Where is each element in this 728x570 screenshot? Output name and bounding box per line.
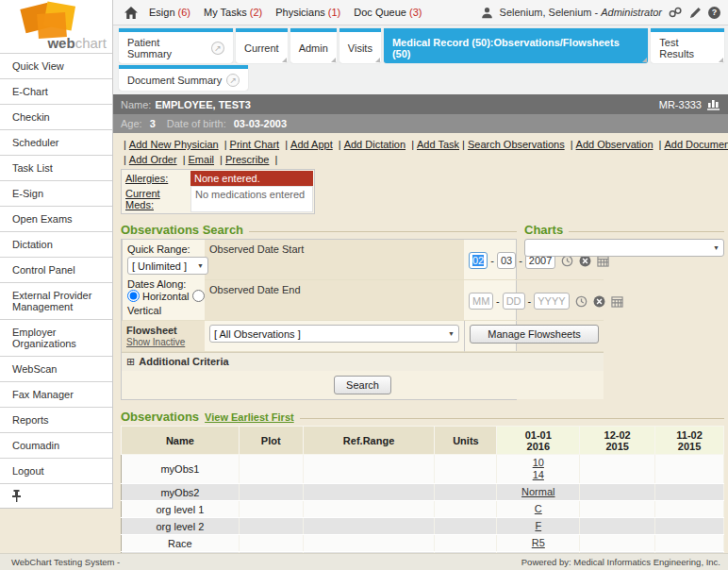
link-add-document[interactable]: Add Document [664,139,728,150]
start-month-input[interactable]: 02 [469,252,488,269]
esign-count: (6) [178,7,190,18]
separator: | [183,154,186,165]
tab-medical-record[interactable]: Medical Record (50):Observations/Flowshe… [384,28,648,63]
flowsheet-label: Flowsheet [126,325,177,336]
allergies-link[interactable]: Allergies: [125,173,168,184]
sidebar-item-control-panel[interactable]: Control Panel [0,257,112,282]
obs-value-link[interactable]: F [499,520,577,532]
divider [249,231,517,232]
tab-patient-summary[interactable]: Patient Summary↗ [119,28,233,63]
popout-icon[interactable]: ↗ [226,74,240,87]
sidebar-item-scheduler[interactable]: Scheduler [0,129,112,155]
nav-doc-queue[interactable]: Doc Queue (3) [354,7,422,18]
observed-date-start-label: Observed Date Start [205,240,464,280]
flowsheet-select-cell: [ All Observations ]▼ [205,321,464,352]
age-label: Age: [121,118,142,129]
physicians-count: (1) [328,7,340,18]
horizontal-radio[interactable] [127,290,140,302]
link-icon[interactable] [669,7,683,18]
obs-value-link[interactable]: R5 [499,537,577,549]
patient-dob: 03-03-2003 [234,118,287,129]
vertical-radio[interactable] [192,290,205,302]
charts-panel: Charts ▼ [524,223,724,400]
view-earliest-first-link[interactable]: View Earliest First [205,411,294,423]
sidebar-item-checkin[interactable]: Checkin [0,104,112,129]
end-day-input[interactable]: DD [503,293,525,310]
tab-document-summary[interactable]: Document Summary↗ [119,65,248,91]
sidebar-item-open-exams[interactable]: Open Exams [0,206,112,231]
link-add-order[interactable]: Add Order [129,154,177,165]
separator: | [220,154,223,165]
obs-value-link[interactable]: C [499,503,577,515]
link-search-observations[interactable]: Search Observations [468,139,565,150]
search-form: Observed Date Start 02 - 03 - 2007 [121,239,517,400]
sidebar-item-logout[interactable]: Logout [0,458,112,483]
show-inactive-link[interactable]: Show Inactive [126,337,185,347]
sidebar-item-coumadin[interactable]: Coumadin [0,432,112,458]
name-label: Name: [121,99,151,110]
chart-icon[interactable] [707,98,720,110]
tab-admin[interactable]: Admin [290,28,337,63]
sidebar-item-reports[interactable]: Reports [0,407,112,432]
current-meds-link[interactable]: Current Meds: [125,188,160,210]
link-add-appt[interactable]: Add Appt [290,139,333,150]
quick-links-row-2: |Add Order |Email |Prescribe | [121,152,724,167]
link-email[interactable]: Email [189,154,215,165]
tab-current[interactable]: Current [236,28,288,63]
range-options: Quick Range: [ Unlimited ]▼ Dates Along:… [122,240,205,321]
sidebar-item-employer-organizations[interactable]: Employer Organizations [0,319,112,356]
pencil-icon[interactable] [689,7,702,19]
patient-name-bar: Name: EMPLOYEE, TEST3 MR-3333 [113,94,728,114]
link-add-new-physician[interactable]: Add New Physician [129,139,219,150]
obs-name: org level 2 [122,518,240,535]
obs-value-link[interactable]: 10 [499,457,577,469]
footer-right-text: Powered by: Medical Informatics Engineer… [521,557,720,567]
separator: | [339,139,341,150]
webchart-logo[interactable]: webchart [0,0,112,53]
link-add-dictation[interactable]: Add Dictation [344,139,405,150]
start-day-input[interactable]: 03 [497,252,516,269]
sidebar-item-external-provider-management[interactable]: External Provider Management [0,282,112,319]
flowsheet-select[interactable]: [ All Observations ]▼ [209,325,459,343]
separator: | [224,139,227,150]
obs-value-link[interactable]: Normal [499,486,577,498]
obs-value-link[interactable]: 14 [499,469,577,481]
end-month-input[interactable]: MM [469,293,493,310]
sidebar-item-task-list[interactable]: Task List [0,155,112,180]
observations-section: Observations View Earliest First Name Pl… [121,410,724,570]
top-nav: Esign (6) My Tasks (2) Physicians (1) Do… [149,7,422,18]
sidebar-item-dictation[interactable]: Dictation [0,231,112,257]
link-add-task[interactable]: Add Task [417,139,459,150]
link-print-chart[interactable]: Print Chart [230,139,280,150]
sidebar-item-e-sign[interactable]: E-Sign [0,180,112,206]
panels-row: Observations Search Observed Date Start … [121,223,724,400]
charts-select[interactable]: ▼ [524,239,724,257]
pin-sidebar-button[interactable] [0,483,112,508]
sidebar-item-quick-view[interactable]: Quick View [0,53,112,78]
sidebar-item-e-chart[interactable]: E-Chart [0,78,112,104]
sidebar-item-webscan[interactable]: WebScan [0,356,112,381]
help-icon[interactable]: ? [708,7,720,19]
nav-physicians[interactable]: Physicians (1) [275,7,340,18]
content-area: |Add New Physician |Print Chart |Add App… [113,133,728,570]
search-button[interactable]: Search [334,376,391,394]
user-icon [481,7,493,19]
nav-my-tasks[interactable]: My Tasks (2) [204,7,262,18]
separator: | [275,154,278,165]
col-ref-range: Ref.Range [303,427,435,455]
quick-range-select[interactable]: [ Unlimited ]▼ [127,257,208,275]
patient-age: 3 [150,118,156,129]
link-add-observation[interactable]: Add Observation [576,139,654,150]
tab-test-results[interactable]: Test Results [651,28,724,63]
tab-visits[interactable]: Visits [339,28,381,63]
doc-queue-count: (3) [409,7,422,18]
user-name[interactable]: Selenium, Selenium - Administrator [500,7,662,18]
table-row: org level 1 C [122,501,724,518]
home-icon[interactable] [124,7,138,19]
chevron-down-icon: ▼ [448,330,455,337]
col-plot: Plot [239,427,303,455]
nav-esign[interactable]: Esign (6) [149,7,190,18]
link-prescribe[interactable]: Prescribe [225,154,269,165]
popout-icon[interactable]: ↗ [211,42,224,55]
sidebar-item-fax-manager[interactable]: Fax Manager [0,381,112,407]
